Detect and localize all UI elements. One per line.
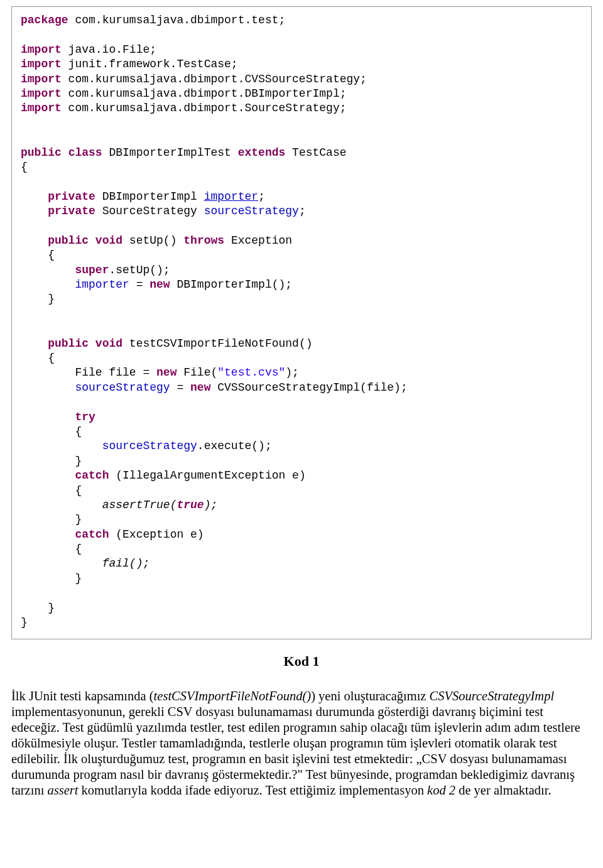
keyword-catch: catch <box>75 469 109 482</box>
keyword-private: private <box>48 205 95 217</box>
keyword-new: new <box>156 366 177 379</box>
exception-type: Exception <box>224 234 292 247</box>
field-ref: sourceStrategy <box>75 381 170 394</box>
keyword-catch: catch <box>75 528 109 541</box>
keyword-try: try <box>75 411 95 423</box>
keyword-void: void <box>95 234 122 247</box>
keyword-true: true <box>177 499 204 511</box>
keyword-new: new <box>149 278 170 291</box>
catch-sig: (Exception e) <box>109 528 204 541</box>
field-ref: importer <box>75 278 129 291</box>
italic-text: testCSVImportFileNotFound() <box>154 689 312 703</box>
keyword-private: private <box>48 190 95 203</box>
keyword-import: import <box>21 73 62 85</box>
method-sig: testCSVImportFileNotFound() <box>122 337 312 350</box>
field-name: importer <box>204 190 258 203</box>
keyword-throws: throws <box>183 234 224 247</box>
italic-text: kod 2 <box>427 783 455 797</box>
super-call: .setUp(); <box>109 264 170 276</box>
keyword-void: void <box>95 337 122 350</box>
keyword-import: import <box>21 102 62 114</box>
text: ) yeni oluşturacağımız <box>311 689 429 703</box>
import-line: java.io.File; <box>62 43 156 56</box>
field-name: sourceStrategy <box>204 205 299 217</box>
method-sig: setUp() <box>122 234 183 247</box>
keyword-package: package <box>21 14 68 26</box>
file-decl: File file = <box>75 366 156 379</box>
field-type: DBImporterImpl <box>95 190 204 203</box>
italic-text: assert <box>48 783 79 797</box>
import-line: junit.framework.TestCase; <box>62 58 238 70</box>
paren-close: ); <box>285 366 299 379</box>
super-type: TestCase <box>285 146 346 159</box>
keyword-public: public <box>48 234 89 247</box>
italic-text: CSVSourceStrategyImpl <box>430 689 555 703</box>
catch-sig: (IllegalArgumentException e) <box>109 469 305 482</box>
string-literal: "test.cvs" <box>217 366 285 379</box>
assign-eq: = <box>170 381 190 394</box>
body-paragraph: İlk JUnit testi kapsamında (testCSVImpor… <box>11 688 592 798</box>
keyword-extends: extends <box>238 146 286 159</box>
keyword-class: class <box>68 146 102 159</box>
field-ref: sourceStrategy <box>102 440 197 452</box>
keyword-public: public <box>48 337 89 350</box>
code-caption: Kod 1 <box>0 653 603 670</box>
import-line: com.kurumsaljava.dbimport.SourceStrategy… <box>62 102 347 114</box>
fail-call: fail(); <box>102 557 150 570</box>
package-name: com.kurumsaljava.dbimport.test; <box>68 14 286 26</box>
import-line: com.kurumsaljava.dbimport.DBImporterImpl… <box>62 87 347 100</box>
exec-call: .execute(); <box>197 440 272 452</box>
keyword-super: super <box>75 264 109 276</box>
file-ctor: File( <box>177 366 217 379</box>
import-line: com.kurumsaljava.dbimport.CVSSourceStrat… <box>62 73 367 85</box>
ctor: DBImporterImpl(); <box>170 278 292 291</box>
assert-call: assertTrue <box>102 499 170 511</box>
keyword-import: import <box>21 43 62 56</box>
text: İlk JUnit testi kapsamında ( <box>11 689 154 703</box>
keyword-new: new <box>190 381 210 394</box>
class-name: DBImporterImplTest <box>102 146 238 159</box>
keyword-import: import <box>21 58 62 70</box>
assign-eq: = <box>129 278 149 291</box>
keyword-public: public <box>21 146 62 159</box>
text: de yer almaktadır. <box>455 783 551 797</box>
text: komutlarıyla kodda ifade ediyoruz. Test … <box>78 783 427 797</box>
ctor: CVSSourceStrategyImpl(file); <box>210 381 407 394</box>
keyword-import: import <box>21 87 62 100</box>
field-type: SourceStrategy <box>95 205 204 217</box>
code-block: package com.kurumsaljava.dbimport.test; … <box>11 6 592 639</box>
